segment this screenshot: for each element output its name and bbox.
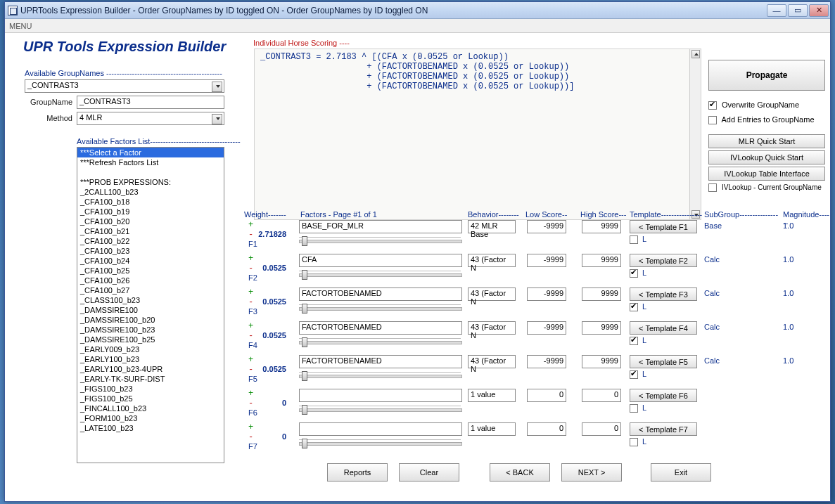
list-item[interactable]: _CFA100_b25 (77, 266, 224, 276)
high-score-field[interactable]: 9999 (582, 287, 621, 301)
menubar[interactable]: MENU (5, 19, 830, 33)
behavior-field[interactable]: 42 MLR Base (468, 220, 516, 233)
factor-field[interactable]: BASE_FOR_MLR (299, 220, 462, 233)
template-checkbox[interactable] (630, 438, 638, 446)
plus-icon[interactable]: + (248, 254, 253, 264)
weight-slider[interactable] (299, 271, 461, 278)
list-item[interactable]: _EARLY100_b23-4UPR (77, 364, 224, 374)
template-checkbox[interactable] (630, 303, 638, 311)
list-item[interactable]: _DAMSSIRE100_b25 (77, 335, 224, 344)
list-item[interactable]: _FIGS100_b25 (77, 394, 224, 403)
list-item[interactable]: _CFA100_b21 (77, 226, 224, 236)
weight-slider[interactable] (299, 237, 461, 244)
template-button[interactable]: < Template F6 (630, 389, 697, 402)
formula-scrollbar[interactable] (689, 49, 701, 219)
list-item[interactable]: _FORM100_b23 (77, 413, 224, 423)
behavior-field[interactable]: 1 value (468, 422, 516, 436)
list-item[interactable]: _DAMSSIRE100 (77, 305, 224, 315)
slider-thumb[interactable] (302, 236, 307, 246)
high-score-field[interactable]: 9999 (582, 321, 621, 335)
template-button[interactable]: < Template F5 (630, 355, 697, 368)
list-item[interactable]: _CFA100_b24 (77, 256, 224, 266)
plus-icon[interactable]: + (248, 220, 253, 230)
clear-button[interactable]: Clear (399, 463, 459, 482)
high-score-field[interactable]: 0 (582, 422, 621, 436)
weight-slider[interactable] (299, 372, 461, 379)
behavior-field[interactable]: 1 value (468, 389, 516, 402)
behavior-field[interactable]: 43 (Factor N (468, 321, 516, 335)
factors-listbox[interactable]: ***Select a Factor***Refresh Factors Lis… (77, 147, 224, 463)
high-score-field[interactable]: 9999 (582, 254, 621, 267)
method-select[interactable]: 4 MLR (77, 112, 224, 125)
plus-icon[interactable]: + (248, 321, 253, 331)
low-score-field[interactable]: -9999 (527, 287, 566, 301)
list-item[interactable]: _EARLY-TK-SURF-DIST (77, 374, 224, 384)
list-item[interactable]: _EARLY009_b23 (77, 344, 224, 354)
template-checkbox[interactable] (630, 337, 638, 345)
factor-field[interactable]: CFA (299, 254, 462, 267)
weight-slider[interactable] (299, 406, 461, 413)
list-item[interactable]: _EARLY100_b23 (77, 354, 224, 364)
template-checkbox[interactable] (630, 269, 638, 278)
template-checkbox[interactable] (630, 404, 638, 413)
list-item[interactable]: _CFA100_b23 (77, 246, 224, 256)
plus-icon[interactable]: + (248, 287, 253, 297)
maximize-button[interactable]: ▭ (788, 4, 808, 17)
template-checkbox[interactable] (630, 235, 638, 244)
list-item[interactable]: _CFA100_b19 (77, 207, 224, 217)
factor-field[interactable]: FACTORTOBENAMED (299, 355, 462, 368)
next-button[interactable]: NEXT > (561, 463, 622, 482)
back-button[interactable]: < BACK (490, 463, 550, 482)
high-score-field[interactable]: 9999 (582, 220, 621, 233)
minimize-button[interactable]: — (767, 4, 786, 17)
list-item[interactable]: _CFA100_b18 (77, 197, 224, 207)
template-button[interactable]: < Template F7 (630, 422, 697, 436)
list-item[interactable]: _CFA100_b20 (77, 217, 224, 226)
weight-slider[interactable] (299, 338, 461, 345)
list-item[interactable]: _2CALL100_b23 (77, 187, 224, 197)
factor-field[interactable]: FACTORTOBENAMED (299, 287, 462, 301)
behavior-field[interactable]: 43 (Factor N (468, 254, 516, 267)
template-button[interactable]: < Template F2 (630, 254, 697, 267)
exit-button[interactable]: Exit (651, 463, 711, 482)
slider-thumb[interactable] (302, 270, 307, 280)
plus-icon[interactable]: + (248, 422, 253, 432)
list-item[interactable]: _FINCALL100_b23 (77, 403, 224, 413)
list-item[interactable]: ***Refresh Factors List (77, 157, 224, 167)
list-item[interactable]: ***Select a Factor (77, 148, 224, 157)
low-score-field[interactable]: -9999 (527, 321, 566, 335)
list-item[interactable]: _CFA100_b26 (77, 276, 224, 285)
list-item[interactable]: _DAMSSIRE100_b20 (77, 315, 224, 325)
list-item[interactable]: _FIGS100_b23 (77, 384, 224, 394)
ivlookup-quick-start-button[interactable]: IVLookup Quick Start (708, 150, 825, 164)
low-score-field[interactable]: 0 (527, 389, 566, 402)
behavior-field[interactable]: 43 (Factor N (468, 355, 516, 368)
template-button[interactable]: < Template F4 (630, 321, 697, 335)
list-item[interactable]: ***PROB EXPRESSIONS: (77, 177, 224, 187)
slider-thumb[interactable] (302, 337, 307, 347)
weight-slider[interactable] (299, 439, 461, 446)
slider-thumb[interactable] (302, 371, 307, 381)
behavior-field[interactable]: 43 (Factor N (468, 287, 516, 301)
mlr-quick-start-button[interactable]: MLR Quick Start (708, 134, 825, 148)
plus-icon[interactable]: + (248, 389, 253, 399)
low-score-field[interactable]: -9999 (527, 355, 566, 368)
propagate-button[interactable]: Propagate (708, 60, 825, 91)
scroll-up-icon[interactable] (691, 50, 700, 58)
menu-item-menu[interactable]: MENU (9, 22, 32, 30)
list-item[interactable]: _CFA100_b27 (77, 285, 224, 295)
add-entries-checkbox[interactable] (708, 116, 717, 124)
low-score-field[interactable]: 0 (527, 422, 566, 436)
list-item[interactable]: _CLASS100_b23 (77, 295, 224, 305)
ivlookup-table-button[interactable]: IVLookup Table Interface (708, 167, 825, 181)
reports-button[interactable]: Reports (327, 463, 388, 482)
slider-thumb[interactable] (302, 405, 307, 415)
overwrite-groupname-checkbox[interactable] (708, 101, 717, 110)
plus-icon[interactable]: + (248, 355, 253, 365)
close-button[interactable]: ✕ (809, 4, 829, 17)
groupname-field[interactable]: _CONTRAST3 (77, 96, 224, 109)
weight-slider[interactable] (299, 304, 461, 311)
factor-field[interactable] (299, 389, 462, 402)
slider-thumb[interactable] (302, 439, 307, 448)
template-button[interactable]: < Template F3 (630, 287, 697, 301)
